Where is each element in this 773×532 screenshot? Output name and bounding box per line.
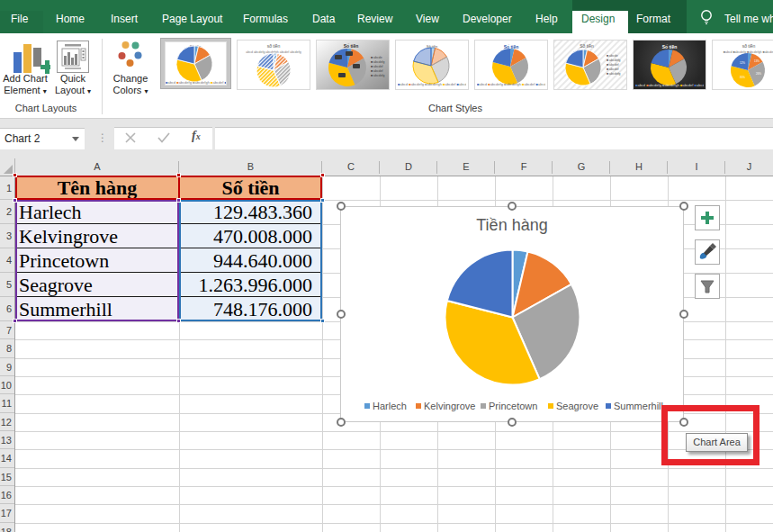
svg-text:Số tiền: Số tiền — [344, 43, 359, 49]
svg-text:số tiền: số tiền — [742, 43, 756, 49]
svg-text:■ abcde: ■ abcde — [607, 54, 618, 58]
svg-text:■ abcdef: ■ abcdef — [607, 68, 619, 71]
svg-text:■ abcdefg: ■ abcdefg — [371, 60, 385, 64]
svg-text:■ abcde: ■ abcde — [371, 56, 382, 59]
svg-text:số tiền: số tiền — [267, 43, 281, 49]
svg-text:Số tiền: Số tiền — [662, 44, 678, 50]
svg-text:26%: 26% — [756, 72, 761, 76]
svg-text:12%: 12% — [740, 61, 745, 65]
svg-text:■ abcdefg: ■ abcdefg — [371, 74, 385, 77]
svg-text:■ abcdef: ■ abcdef — [371, 69, 383, 73]
svg-text:Số tiền: Số tiền — [580, 43, 594, 49]
svg-text:13%: 13% — [754, 59, 760, 63]
svg-text:■ abcdef: ■ abcdef — [607, 63, 619, 67]
svg-text:■ abcdefg: ■ abcdefg — [607, 59, 621, 62]
svg-text:■ abcdef: ■ abcdef — [371, 65, 383, 68]
svg-text:■ abcdefg: ■ abcdefg — [607, 72, 621, 76]
svg-text:35%: 35% — [740, 76, 745, 79]
